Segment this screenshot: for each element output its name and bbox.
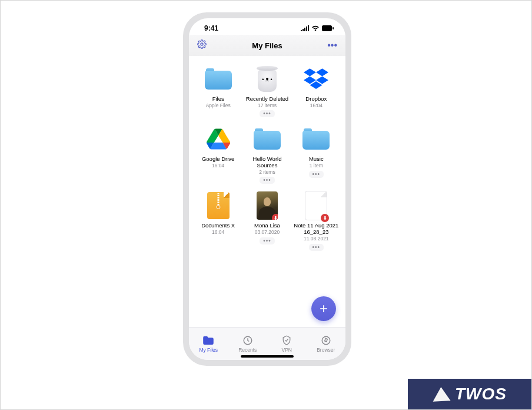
file-item[interactable]: Documents X 16:04 (195, 191, 241, 254)
file-grid: Files Apple Files • ᴥ • Recently Deleted… (195, 64, 340, 254)
file-thumbnail: ⬇ (301, 191, 331, 220)
file-subtitle: 2 items (259, 170, 275, 175)
file-item[interactable]: Hello World Sources 2 items ••• (244, 124, 290, 187)
apple-folder-icon (205, 68, 232, 90)
file-subtitle: 16:04 (212, 163, 224, 168)
file-name: Dropbox (305, 96, 327, 102)
file-thumbnail (204, 64, 233, 94)
pdf-badge-icon: ⬇ (272, 214, 278, 220)
file-item[interactable]: Music 1 item ••• (293, 124, 340, 187)
file-thumbnail (252, 124, 282, 154)
wifi-icon (311, 25, 320, 31)
add-button[interactable]: + (311, 296, 336, 321)
file-thumbnail (301, 124, 331, 154)
trash-icon: • ᴥ • (255, 66, 279, 92)
status-indicators (301, 25, 334, 31)
clock-icon (242, 335, 253, 346)
file-name: Hello World Sources (244, 156, 290, 169)
file-name: Music (309, 156, 324, 163)
file-item[interactable]: ⬇ Note 11 Aug 2021 16_28_23 11.08.2021 •… (293, 191, 340, 254)
file-subtitle: 1 item (310, 163, 323, 168)
tab-label: My Files (199, 347, 218, 353)
file-item[interactable]: Files Apple Files (195, 64, 241, 121)
file-subtitle: 16:04 (212, 230, 224, 235)
svg-point-4 (322, 336, 330, 345)
folder-icon (202, 336, 214, 345)
file-more-button[interactable]: ••• (260, 110, 275, 117)
nav-bar: My Files ••• (189, 35, 345, 56)
file-name: Note 11 Aug 2021 16_28_23 (293, 223, 339, 236)
file-name: Recently Deleted (246, 96, 288, 102)
file-thumbnail: • ᴥ • (252, 64, 282, 94)
file-more-button[interactable]: ••• (260, 177, 275, 184)
file-more-button[interactable]: ••• (260, 237, 275, 244)
dropbox-icon (304, 68, 328, 90)
site-brand-badge: TWOS (408, 379, 531, 409)
file-item[interactable]: Google Drive 16:04 (195, 124, 241, 187)
tab-label: Recents (238, 347, 257, 353)
tab-label: VPN (282, 347, 292, 353)
status-time: 9:41 (204, 24, 218, 32)
file-item[interactable]: ⬇ Mona Lisa 03.07.2020 ••• (244, 191, 290, 254)
folder-icon (302, 128, 330, 150)
page-title: My Files (189, 41, 345, 50)
google-drive-icon (207, 128, 230, 150)
file-thumbnail: ⬇ (252, 191, 282, 220)
file-subtitle: 11.08.2021 (304, 236, 329, 242)
file-item[interactable]: Dropbox 16:04 (293, 64, 340, 121)
svg-point-2 (201, 43, 203, 45)
shield-icon (282, 335, 291, 346)
tab-browser[interactable]: Browser (307, 328, 346, 360)
file-thumbnail (204, 191, 233, 220)
file-more-button[interactable]: ••• (309, 244, 324, 251)
cellular-icon (301, 25, 309, 31)
svg-rect-0 (322, 25, 332, 31)
screen: 9:41 My Files ••• Files Apple Files • ᴥ … (189, 18, 345, 360)
file-thumbnail (301, 64, 331, 94)
gear-icon (197, 39, 207, 49)
tab-label: Browser (317, 347, 335, 353)
file-item[interactable]: • ᴥ • Recently Deleted 17 items ••• (244, 64, 290, 121)
file-subtitle: 17 items (258, 103, 277, 108)
file-name: Mona Lisa (254, 223, 280, 229)
battery-icon (322, 25, 334, 31)
plus-icon: + (320, 300, 328, 317)
phone-frame: 9:41 My Files ••• Files Apple Files • ᴥ … (183, 12, 351, 366)
tab-my-files[interactable]: My Files (189, 328, 228, 360)
file-more-button[interactable]: ••• (309, 171, 324, 178)
folder-icon (254, 128, 281, 150)
compass-icon (321, 335, 331, 346)
home-indicator[interactable] (241, 355, 294, 358)
image-thumbnail: ⬇ (257, 191, 278, 220)
svg-rect-1 (332, 27, 334, 29)
settings-button[interactable] (197, 39, 207, 51)
file-subtitle: Apple Files (206, 103, 231, 108)
file-thumbnail (204, 124, 233, 154)
brand-triangle-icon (432, 386, 450, 402)
zip-archive-icon (207, 192, 230, 219)
file-name: Files (212, 96, 224, 102)
file-name: Google Drive (202, 156, 234, 163)
brand-text: TWOS (455, 385, 507, 404)
file-subtitle: 03.07.2020 (255, 230, 280, 235)
document-icon: ⬇ (305, 191, 327, 220)
status-bar: 9:41 (189, 18, 345, 35)
content-area[interactable]: Files Apple Files • ᴥ • Recently Deleted… (189, 56, 345, 327)
file-subtitle: 16:04 (310, 103, 322, 108)
more-button[interactable]: ••• (327, 40, 337, 51)
file-name: Documents X (201, 223, 235, 229)
pdf-badge-icon: ⬇ (321, 214, 329, 222)
